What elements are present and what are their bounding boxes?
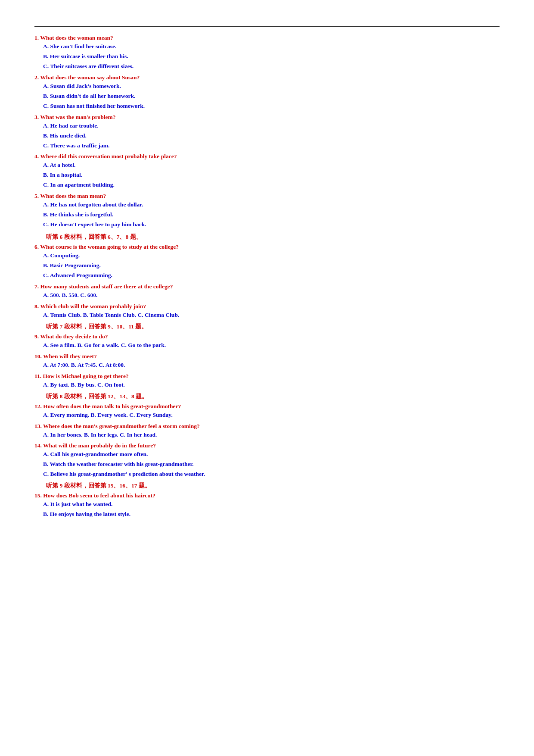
listen-question-0-2: 8. Which club will the woman probably jo… <box>34 303 500 320</box>
option-5-B: B. He thinks she is forgetful. <box>43 210 500 220</box>
listen-question-text-2-0: 12. How often does the man talk to his g… <box>34 403 500 410</box>
question-text-2: 2. What does the woman say about Susan? <box>34 74 500 81</box>
question-text-5: 5. What does the man mean? <box>34 193 500 200</box>
listen-option-0-0-0: A. Computing. <box>43 251 500 261</box>
option-4-B: B. In a hospital. <box>43 170 500 180</box>
option-3-C: C. There was a traffic jam. <box>43 141 500 151</box>
option-5-C: C. He doesn't expect her to pay him back… <box>43 220 500 230</box>
listen-option-2-1-0: A. In her bones. B. In her legs. C. In h… <box>43 430 500 440</box>
listen-question-text-2-1: 13. Where does the man's great-grandmoth… <box>34 423 500 430</box>
listen-option-1-1-0: A. At 7:00. B. At 7:45. C. At 8:00. <box>43 360 500 370</box>
listen-question-0-1: 7. How many students and staff are there… <box>34 283 500 300</box>
listen-option-0-2-0: A. Tennis Club. B. Table Tennis Club. C.… <box>43 310 500 320</box>
listen-question-1-1: 10. When will they meet?A. At 7:00. B. A… <box>34 353 500 370</box>
option-2-B: B. Susan didn't do all her homework. <box>43 91 500 101</box>
option-2-A: A. Susan did Jack's homework. <box>43 81 500 91</box>
top-divider <box>34 26 500 27</box>
question-3: 3. What was the man's problem?A. He had … <box>34 114 500 151</box>
listen-question-text-1-2: 11. How is Michael going to get there? <box>34 373 500 380</box>
listen-question-text-1-1: 10. When will they meet? <box>34 353 500 360</box>
listen-option-0-0-2: C. Advanced Programming. <box>43 271 500 281</box>
section1-questions: 1. What does the woman mean?A. She can't… <box>34 34 500 230</box>
listen-question-3-0: 15. How does Bob seem to feel about his … <box>34 492 500 519</box>
option-2-C: C. Susan has not finished her homework. <box>43 101 500 111</box>
question-2: 2. What does the woman say about Susan?A… <box>34 74 500 111</box>
listen-option-2-0-0: A. Every morning. B. Every week. C. Ever… <box>43 410 500 420</box>
listen-question-0-0: 6. What course is the woman going to stu… <box>34 244 500 281</box>
listen-option-3-0-1: B. He enjoys having the latest style. <box>43 509 500 519</box>
listen-note-1: 听第 6 段材料，回答第 6、7、8 题。 <box>34 233 500 241</box>
option-3-B: B. His uncle died. <box>43 131 500 141</box>
option-1-A: A. She can't find her suitcase. <box>43 42 500 52</box>
question-5: 5. What does the man mean?A. He has not … <box>34 193 500 230</box>
option-1-C: C. Their suitcases are different sizes. <box>43 62 500 72</box>
listen-note-4: 听第 9 段材料，回答第 15、16、17 题。 <box>34 482 500 490</box>
listen-option-3-0-0: A. It is just what he wanted. <box>43 500 500 509</box>
listen-option-2-2-2: C. Believe his great-grandmother' s pred… <box>43 469 500 479</box>
question-text-4: 4. Where did this conversation most prob… <box>34 153 500 160</box>
listen-question-2-1: 13. Where does the man's great-grandmoth… <box>34 423 500 440</box>
question-text-3: 3. What was the man's problem? <box>34 114 500 121</box>
listen-note-2: 听第 7 段材料，回答第 9、10、11 题。 <box>34 323 500 331</box>
listen-question-2-2: 14. What will the man probably do in the… <box>34 442 500 479</box>
listen-option-0-1-0: A. 500. B. 550. C. 600. <box>43 291 500 300</box>
listen-option-1-0-0: A. See a film. B. Go for a walk. C. Go t… <box>43 341 500 350</box>
listen-option-2-2-0: A. Call his great-grandmother more often… <box>43 450 500 459</box>
option-3-A: A. He had car trouble. <box>43 121 500 131</box>
listen-note-3: 听第 8 段材料，回答第 12、13、8 题。 <box>34 393 500 400</box>
listen-question-text-3-0: 15. How does Bob seem to feel about his … <box>34 492 500 499</box>
option-4-A: A. At a hotel. <box>43 160 500 170</box>
question-4: 4. Where did this conversation most prob… <box>34 153 500 190</box>
listen-question-2-0: 12. How often does the man talk to his g… <box>34 403 500 420</box>
option-5-A: A. He has not forgotten about the dollar… <box>43 200 500 210</box>
question-text-1: 1. What does the woman mean? <box>34 34 500 41</box>
listen-question-1-0: 9. What do they decide to do?A. See a fi… <box>34 333 500 350</box>
listen-question-text-0-2: 8. Which club will the woman probably jo… <box>34 303 500 310</box>
listen-notes-block: 听第 6 段材料，回答第 6、7、8 题。6. What course is t… <box>34 233 500 519</box>
listen-option-1-2-0: A. By taxi. B. By bus. C. On foot. <box>43 380 500 390</box>
listen-question-1-2: 11. How is Michael going to get there?A.… <box>34 373 500 390</box>
listen-question-text-0-1: 7. How many students and staff are there… <box>34 283 500 290</box>
listen-question-text-2-2: 14. What will the man probably do in the… <box>34 442 500 449</box>
option-1-B: B. Her suitcase is smaller than his. <box>43 52 500 62</box>
listen-option-2-2-1: B. Watch the weather forecaster with his… <box>43 459 500 469</box>
listen-option-0-0-1: B. Basic Programming. <box>43 261 500 271</box>
question-1: 1. What does the woman mean?A. She can't… <box>34 34 500 72</box>
listen-question-text-1-0: 9. What do they decide to do? <box>34 333 500 340</box>
listen-question-text-0-0: 6. What course is the woman going to stu… <box>34 244 500 250</box>
option-4-C: C. In an apartment building. <box>43 180 500 190</box>
